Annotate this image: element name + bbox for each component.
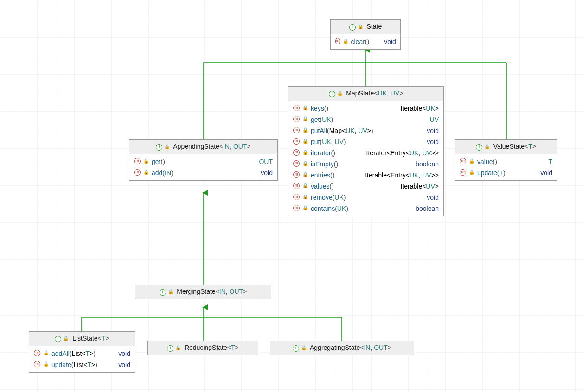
method-signature: addAll(List<T>) — [51, 350, 96, 357]
method-signature: update(List<T>) — [51, 361, 97, 368]
lock-icon: 🔒 — [143, 158, 149, 164]
method-icon: m — [460, 169, 466, 176]
method-row[interactable]: m🔒get(UK)UV — [288, 114, 443, 125]
method-return: T — [548, 158, 552, 165]
method-icon: m — [293, 205, 300, 211]
interface-icon: I — [55, 336, 61, 342]
method-return: void — [384, 38, 396, 45]
lock-icon: 🔒 — [469, 170, 474, 175]
method-signature: get(UK) — [311, 116, 333, 123]
lock-icon: 🔒 — [337, 91, 343, 96]
class-header: I 🔒 ReducingState<T> — [148, 341, 258, 355]
class-name: AppendingState<IN, OUT> — [173, 143, 250, 150]
method-signature: values() — [311, 183, 334, 190]
class-name: MergingState<IN, OUT> — [177, 288, 247, 295]
lock-icon: 🔒 — [63, 336, 69, 341]
method-row[interactable]: m🔒isEmpty()boolean — [288, 158, 443, 170]
method-icon: m — [293, 105, 300, 111]
method-row[interactable]: m🔒value()T — [455, 156, 557, 167]
lock-icon: 🔒 — [168, 289, 173, 294]
method-row[interactable]: m🔒entries()Iterable<Entry<UK, UV>> — [288, 170, 443, 181]
method-icon: m — [293, 160, 300, 167]
class-name: MapState<UK, UV> — [346, 89, 403, 97]
class-header: I 🔒 MergingState<IN, OUT> — [135, 285, 271, 299]
method-row[interactable]: m🔒values()Iterable<UV> — [288, 181, 443, 192]
class-MapState[interactable]: I 🔒 MapState<UK, UV> m🔒keys()Iterable<UK… — [288, 86, 444, 216]
lock-icon: 🔒 — [43, 350, 49, 355]
lock-icon: 🔒 — [175, 345, 181, 350]
class-AppendingState[interactable]: I 🔒 AppendingState<IN, OUT> m🔒get()OUTm🔒… — [129, 139, 278, 181]
method-signature: entries() — [311, 171, 334, 179]
lock-icon: 🔒 — [343, 38, 348, 44]
method-icon: m — [293, 116, 300, 122]
method-row[interactable]: m🔒update(List<T>)void — [29, 359, 135, 370]
method-row[interactable]: m🔒putAll(Map<UK, UV>)void — [288, 125, 443, 136]
method-return: OUT — [259, 158, 273, 165]
class-body: m🔒value()Tm🔒update(T)void — [455, 154, 557, 180]
method-return: void — [540, 169, 552, 177]
method-row[interactable]: m🔒iterator()Iterator<Entry<UK, UV>> — [288, 147, 443, 158]
lock-icon: 🔒 — [484, 144, 490, 149]
class-name: State — [366, 23, 382, 30]
interface-icon: I — [476, 144, 482, 151]
method-return: Iterable<UK> — [400, 105, 439, 112]
lock-icon: 🔒 — [302, 116, 308, 121]
lock-icon: 🔒 — [164, 144, 170, 149]
class-body: m🔒keys()Iterable<UK>m🔒get(UK)UVm🔒putAll(… — [288, 101, 443, 216]
method-signature: add(IN) — [152, 169, 173, 177]
method-row[interactable]: m🔒remove(UK)void — [288, 192, 443, 203]
method-return: Iterator<Entry<UK, UV>> — [366, 149, 439, 157]
class-name: ValueState<T> — [493, 143, 536, 150]
method-row[interactable]: m🔒add(IN)void — [129, 167, 277, 178]
method-row[interactable]: m🔒get()OUT — [129, 156, 277, 167]
method-signature: isEmpty() — [311, 160, 338, 168]
method-return: Iterable<Entry<UK, UV>> — [365, 171, 439, 179]
class-header: I 🔒 AggregatingState<IN, OUT> — [270, 341, 414, 355]
class-name: ReducingState<T> — [185, 344, 239, 351]
method-row[interactable]: m🔒keys()Iterable<UK> — [288, 103, 443, 114]
method-row[interactable]: m🔒put(UK, UV)void — [288, 136, 443, 147]
class-AggregatingState[interactable]: I 🔒 AggregatingState<IN, OUT> — [270, 341, 414, 355]
interface-icon: I — [160, 289, 166, 296]
method-icon: m — [134, 158, 141, 164]
method-row[interactable]: m🔒addAll(List<T>)void — [29, 348, 135, 359]
class-header: I 🔒 AppendingState<IN, OUT> — [129, 140, 277, 154]
lock-icon: 🔒 — [302, 172, 308, 177]
method-return: boolean — [416, 205, 439, 212]
class-header: I 🔒 MapState<UK, UV> — [288, 87, 443, 101]
class-State[interactable]: I 🔒 State m🔒clear()void — [330, 19, 401, 50]
interface-icon: I — [329, 91, 335, 97]
interface-icon: I — [349, 24, 356, 31]
method-icon: m — [34, 350, 40, 356]
lock-icon: 🔒 — [302, 105, 308, 110]
method-row[interactable]: m🔒update(T)void — [455, 167, 557, 178]
method-signature: update(T) — [477, 169, 506, 177]
method-row[interactable]: m🔒clear()void — [331, 36, 400, 47]
lock-icon: 🔒 — [301, 345, 307, 350]
method-return: void — [427, 127, 439, 134]
method-icon: m — [293, 138, 300, 145]
lock-icon: 🔒 — [358, 24, 363, 29]
interface-icon: I — [156, 144, 162, 151]
method-return: void — [118, 361, 130, 368]
method-signature: get() — [152, 158, 165, 165]
method-icon: m — [293, 183, 300, 189]
class-name: ListState<T> — [72, 335, 109, 342]
method-icon: m — [293, 194, 300, 200]
method-signature: keys() — [311, 105, 328, 112]
method-signature: contains(UK) — [311, 205, 348, 212]
lock-icon: 🔒 — [43, 361, 49, 367]
lock-icon: 🔒 — [302, 194, 308, 199]
class-header: I 🔒 State — [331, 20, 400, 34]
method-row[interactable]: m🔒contains(UK)boolean — [288, 203, 443, 214]
class-MergingState[interactable]: I 🔒 MergingState<IN, OUT> — [135, 285, 271, 299]
method-icon: m — [293, 149, 300, 156]
method-icon: m — [134, 169, 141, 176]
lock-icon: 🔒 — [302, 205, 308, 210]
method-signature: value() — [477, 158, 497, 165]
method-return: void — [427, 138, 439, 145]
class-ListState[interactable]: I 🔒 ListState<T> m🔒addAll(List<T>)voidm🔒… — [29, 331, 135, 373]
class-ValueState[interactable]: I 🔒 ValueState<T> m🔒value()Tm🔒update(T)v… — [455, 139, 557, 181]
class-ReducingState[interactable]: I 🔒 ReducingState<T> — [147, 341, 258, 355]
lock-icon: 🔒 — [302, 127, 308, 133]
